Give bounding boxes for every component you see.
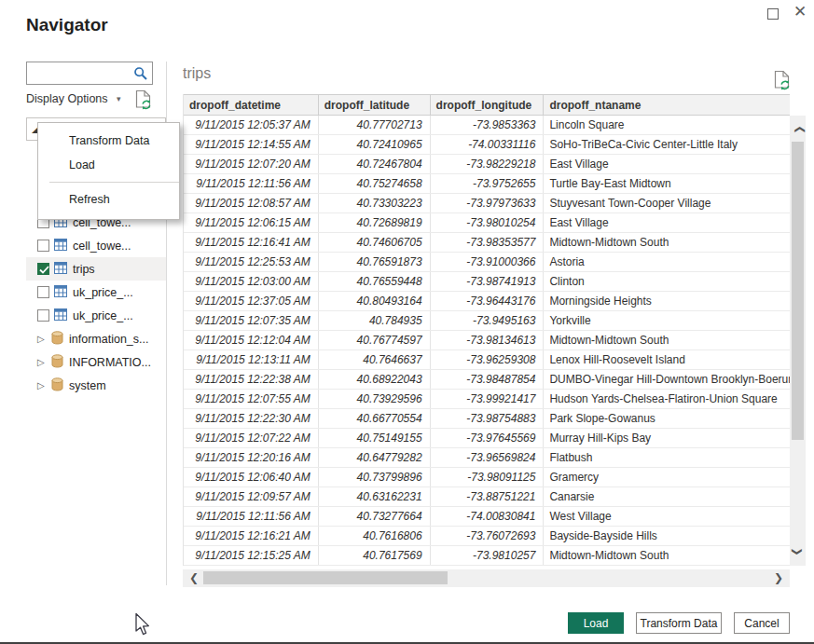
table-cell: 40.74606705 bbox=[319, 233, 431, 252]
table-cell: 40.7617569 bbox=[319, 546, 431, 565]
menu-item-transform-data[interactable]: Transform Data bbox=[38, 129, 179, 153]
table-cell: -74.00331116 bbox=[431, 135, 545, 154]
scroll-left-icon[interactable]: ❮ bbox=[186, 570, 201, 586]
tree-item-cell-towe[interactable]: cell_towe... bbox=[26, 234, 166, 257]
table-cell: 40.76559448 bbox=[319, 272, 431, 291]
table-cell: West Village bbox=[544, 507, 790, 526]
table-row: 9/11/2015 12:11:56 AM40.73277664-74.0083… bbox=[184, 507, 790, 527]
table-cell: Park Slope-Gowanus bbox=[544, 409, 790, 428]
table-cell: Canarsie bbox=[544, 487, 790, 506]
scroll-down-icon[interactable]: ❮ bbox=[790, 544, 807, 560]
tree-item-information-s[interactable]: ▷information_s... bbox=[26, 327, 166, 350]
scroll-right-icon[interactable]: ❯ bbox=[771, 570, 786, 586]
load-button[interactable]: Load bbox=[568, 612, 624, 634]
table-cell: 9/11/2015 12:16:21 AM bbox=[184, 527, 319, 545]
table-row: 9/11/2015 12:12:04 AM40.76774597-73.9813… bbox=[184, 331, 790, 350]
table-cell: 40.72689819 bbox=[319, 213, 431, 232]
table-cell: 9/11/2015 12:09:57 AM bbox=[184, 487, 319, 506]
table-cell: Midtown-Midtown South bbox=[544, 233, 790, 252]
table-cell: 40.73277664 bbox=[319, 507, 431, 526]
table-cell: -73.98353577 bbox=[431, 233, 545, 252]
table-cell: 40.73799896 bbox=[319, 468, 431, 486]
vertical-scroll-thumb[interactable] bbox=[792, 142, 804, 440]
database-icon bbox=[51, 354, 63, 371]
table-row: 9/11/2015 12:16:21 AM40.7616806-73.76072… bbox=[184, 527, 790, 546]
table-cell: 40.66770554 bbox=[319, 409, 431, 428]
tree-item-uk-price[interactable]: uk_price_... bbox=[26, 281, 166, 304]
expand-arrow-icon[interactable]: ▷ bbox=[37, 380, 48, 391]
column-header-dropoff-datetime[interactable]: dropoff_datetime bbox=[184, 95, 319, 115]
table-cell: Yorkville bbox=[544, 311, 790, 330]
tree-item-trips[interactable]: trips bbox=[26, 257, 166, 281]
table-row: 9/11/2015 12:08:57 AM40.73303223-73.9797… bbox=[184, 194, 790, 213]
search-icon bbox=[133, 66, 148, 85]
refresh-preview-icon[interactable] bbox=[135, 89, 152, 114]
menu-item-load[interactable]: Load bbox=[38, 153, 179, 177]
table-row: 9/11/2015 12:15:25 AM40.7617569-73.98102… bbox=[184, 546, 790, 566]
table-cell: 9/11/2015 12:15:25 AM bbox=[184, 546, 319, 565]
table-cell: Midtown-Midtown South bbox=[544, 546, 790, 565]
table-cell: East Village bbox=[544, 213, 790, 232]
table-icon bbox=[54, 308, 67, 323]
column-header-dropoff-ntaname[interactable]: dropoff_ntaname bbox=[544, 95, 790, 115]
tree-item-uk-price[interactable]: uk_price_... bbox=[26, 304, 166, 327]
table-cell: 9/11/2015 12:25:53 AM bbox=[184, 253, 319, 271]
preview-table: dropoff_datetime dropoff_latitude dropof… bbox=[183, 94, 790, 566]
search-input[interactable] bbox=[31, 64, 131, 82]
horizontal-scroll-thumb[interactable] bbox=[203, 571, 448, 584]
column-header-dropoff-longitude[interactable]: dropoff_longitude bbox=[431, 95, 545, 115]
checkbox-unchecked[interactable] bbox=[37, 240, 49, 252]
table-cell: 9/11/2015 12:08:57 AM bbox=[184, 194, 319, 212]
expand-arrow-icon[interactable]: ▷ bbox=[37, 357, 48, 367]
restore-window-button[interactable] bbox=[767, 8, 779, 20]
tree-item-label: INFORMATIO... bbox=[69, 356, 151, 369]
table-row: 9/11/2015 12:07:35 AM40.784935-73.949516… bbox=[184, 311, 790, 331]
close-window-button[interactable]: ✕ bbox=[793, 3, 807, 21]
search-box[interactable] bbox=[26, 62, 153, 85]
table-cell: -73.98229218 bbox=[431, 155, 545, 173]
tree-item-label: cell_towe... bbox=[73, 240, 131, 253]
table-cell: Hudson Yards-Chelsea-Flatiron-Union Squa… bbox=[544, 390, 790, 408]
tree-item-label: uk_price_... bbox=[73, 286, 133, 299]
table-cell: 9/11/2015 12:37:05 AM bbox=[184, 292, 319, 310]
scroll-up-icon[interactable]: ❮ bbox=[790, 122, 807, 138]
vertical-scrollbar[interactable]: ❮ ❮ bbox=[790, 116, 806, 566]
chevron-down-icon: ▾ bbox=[117, 94, 121, 103]
refresh-preview-icon[interactable] bbox=[774, 70, 791, 94]
table-cell: -73.98754883 bbox=[431, 409, 545, 428]
table-cell: 40.76774597 bbox=[319, 331, 431, 349]
checkbox-checked[interactable] bbox=[37, 263, 49, 275]
tree-item-label: system bbox=[69, 379, 106, 392]
table-cell: 9/11/2015 12:07:55 AM bbox=[184, 390, 319, 408]
table-cell: 9/11/2015 12:22:30 AM bbox=[184, 409, 319, 428]
table-cell: -73.9853363 bbox=[431, 116, 545, 134]
table-cell: -73.9495163 bbox=[431, 311, 545, 330]
table-cell: 9/11/2015 12:11:56 AM bbox=[184, 174, 319, 193]
column-header-dropoff-latitude[interactable]: dropoff_latitude bbox=[319, 95, 431, 115]
table-cell: Gramercy bbox=[544, 468, 790, 486]
horizontal-scrollbar[interactable]: ❮ ❯ bbox=[183, 569, 790, 587]
table-row: 9/11/2015 12:37:05 AM40.80493164-73.9644… bbox=[184, 292, 790, 311]
table-cell: -73.98134613 bbox=[431, 331, 545, 349]
table-cell: Murray Hill-Kips Bay bbox=[544, 429, 790, 447]
transform-data-button[interactable]: Transform Data bbox=[636, 612, 722, 634]
cancel-button[interactable]: Cancel bbox=[734, 612, 790, 634]
expand-arrow-icon[interactable]: ▷ bbox=[37, 334, 48, 344]
table-cell: -73.96569824 bbox=[431, 448, 545, 467]
table-cell: 9/11/2015 12:07:22 AM bbox=[184, 429, 319, 447]
table-cell: -73.76072693 bbox=[431, 527, 545, 545]
menu-item-refresh[interactable]: Refresh bbox=[38, 187, 179, 212]
table-row: 9/11/2015 12:07:22 AM40.75149155-73.9764… bbox=[184, 429, 790, 448]
table-row: 9/11/2015 12:07:55 AM40.73929596-73.9992… bbox=[184, 390, 790, 409]
table-cell: 40.7646637 bbox=[319, 350, 431, 369]
table-row: 9/11/2015 12:22:38 AM40.68922043-73.9848… bbox=[184, 370, 790, 390]
context-menu: Transform Data Load Refresh bbox=[37, 122, 180, 220]
table-cell: -73.97645569 bbox=[431, 429, 545, 447]
table-cell: 40.75274658 bbox=[319, 174, 431, 193]
table-row: 9/11/2015 12:03:00 AM40.76559448-73.9874… bbox=[184, 272, 790, 292]
tree-item-system[interactable]: ▷system bbox=[26, 374, 166, 397]
checkbox-unchecked[interactable] bbox=[37, 286, 49, 298]
checkbox-unchecked[interactable] bbox=[37, 309, 49, 322]
table-cell: -73.97973633 bbox=[431, 194, 545, 212]
tree-item-informatio[interactable]: ▷INFORMATIO... bbox=[26, 350, 166, 374]
